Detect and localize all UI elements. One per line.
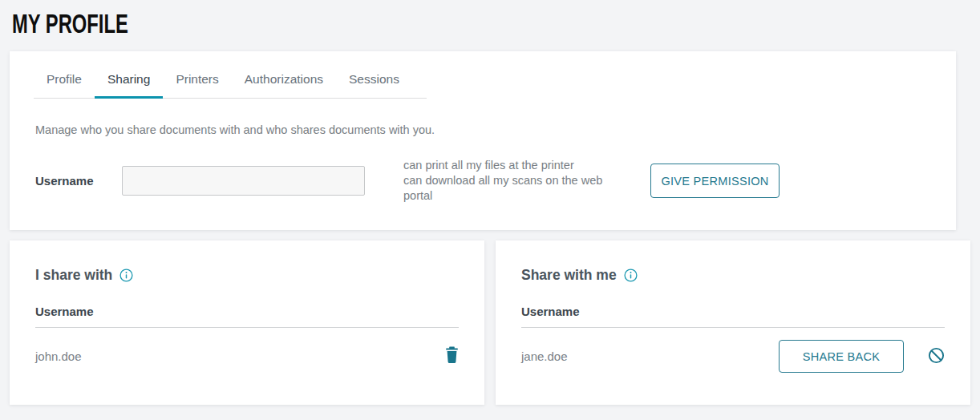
share-with-me-column-header: Username: [521, 305, 945, 328]
info-icon[interactable]: [624, 269, 638, 282]
username-label: Username: [35, 174, 122, 188]
info-icon[interactable]: [119, 269, 133, 282]
profile-tabbar: Profile Sharing Printers Authorizations …: [34, 51, 427, 99]
shared-username: john.doe: [35, 349, 82, 363]
i-share-with-card: I share with Username john.doe: [10, 240, 484, 405]
tab-printers[interactable]: Printers: [163, 66, 231, 99]
tab-authorizations[interactable]: Authorizations: [232, 66, 336, 99]
revoke-share-button[interactable]: [928, 347, 945, 366]
permission-line-1: can print all my files at the printer: [403, 158, 630, 173]
trash-icon: [445, 346, 459, 366]
give-permission-form: Username can print all my files at the p…: [35, 158, 956, 204]
delete-share-button[interactable]: [445, 346, 459, 366]
block-icon: [928, 347, 945, 366]
permission-line-2: can download all my scans on the web por…: [403, 173, 630, 204]
table-row: jane.doe SHARE BACK: [521, 338, 945, 374]
tab-profile[interactable]: Profile: [34, 66, 95, 99]
sharing-settings-panel: Profile Sharing Printers Authorizations …: [10, 51, 956, 230]
sharing-description: Manage who you share documents with and …: [35, 123, 956, 136]
permission-explanation: can print all my files at the printer ca…: [403, 158, 630, 204]
i-share-with-title: I share with: [35, 267, 112, 284]
username-input[interactable]: [122, 166, 365, 196]
give-permission-button[interactable]: GIVE PERMISSION: [650, 164, 780, 198]
share-with-me-card: Share with me Username jane.doe SHARE BA…: [496, 240, 970, 405]
sharing-cards-row: I share with Username john.doe: [10, 240, 970, 405]
share-with-me-title: Share with me: [521, 267, 617, 284]
share-back-button[interactable]: SHARE BACK: [779, 340, 904, 373]
i-share-with-column-header: Username: [35, 305, 459, 328]
tab-sessions[interactable]: Sessions: [336, 66, 412, 99]
shared-username: jane.doe: [521, 349, 568, 363]
table-row: john.doe: [35, 338, 459, 374]
tab-sharing[interactable]: Sharing: [95, 66, 163, 99]
page-title: MY PROFILE: [12, 9, 709, 43]
